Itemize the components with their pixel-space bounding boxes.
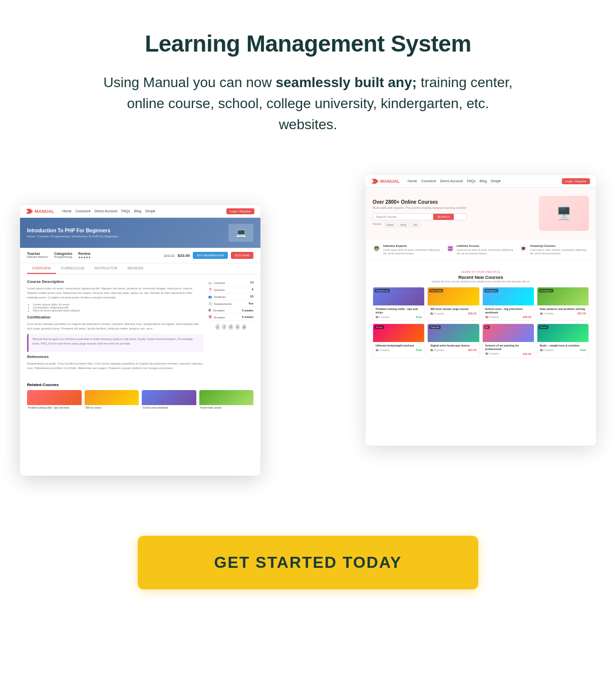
front-buy-btn[interactable]: BUY NOW bbox=[231, 252, 253, 259]
front-sidebar-stats: 📖Lessons 14 ❓Quizzes 5 👥Students 25 📋Ass… bbox=[208, 279, 253, 374]
front-nav: MANUAL Home Courses▾ Demo Account FAQs B… bbox=[20, 205, 260, 218]
front-list-item-3: Nam at lorem gravida turpis aliquot. bbox=[33, 309, 203, 312]
related-img-1 bbox=[27, 390, 82, 405]
course-img-5: Fitness bbox=[373, 324, 424, 342]
front-references-title: References bbox=[27, 355, 203, 359]
tab-instructor[interactable]: INSTRUCTOR bbox=[90, 263, 123, 274]
front-logo-icon bbox=[26, 209, 33, 214]
front-cert-title: Certification bbox=[27, 315, 203, 319]
course-lessons-4: 📚 3 Lessons bbox=[540, 312, 554, 315]
front-course-tabs: OVERVIEW CURRICULUM INSTRUCTOR REVIEWS bbox=[20, 263, 260, 274]
course-lessons-7: 📚 4 Lessons bbox=[485, 353, 499, 355]
course-img-1: Programming bbox=[373, 287, 424, 305]
course-title-8: Body – weight loss & nutrition bbox=[540, 344, 586, 348]
back-search-btn[interactable]: SEARCH bbox=[433, 214, 454, 220]
stat-icon-duration2: 📅 bbox=[208, 316, 212, 319]
course-body-8: Body – weight loss & nutrition 📚 8 Lesso… bbox=[537, 342, 588, 354]
course-badge-8: Fitness bbox=[539, 325, 548, 329]
feature-lifetime-desc: Lorem ipsum dolor sit amet, consectetur … bbox=[457, 248, 516, 255]
front-price-area: $49.00 $33.00 BUY MEMBERSHIP BUY NOW bbox=[164, 252, 253, 259]
front-course-meta: Teacher Edward Watson Categories Program… bbox=[20, 248, 260, 263]
back-search-bar[interactable]: SEARCH bbox=[373, 213, 467, 220]
course-card-6[interactable]: Digital Art Digital artist landscape the… bbox=[427, 323, 479, 358]
course-img-2: Gym Zumba bbox=[428, 287, 479, 305]
course-footer-3: 📚 3 Lessons $28.00 bbox=[485, 315, 531, 318]
front-related-title: Related Courses bbox=[27, 383, 253, 387]
pinterest-icon[interactable]: P bbox=[228, 324, 233, 330]
back-recent-header: LEARN AT YOUR OWN PACE Recent New Course… bbox=[373, 266, 589, 283]
feature-lifetime-text: Lifetime Access Lorem ipsum dolor sit am… bbox=[457, 244, 516, 255]
facebook-icon[interactable]: f bbox=[222, 324, 226, 330]
front-hero-text: Introduction To PHP For Beginners Home /… bbox=[27, 228, 118, 238]
front-teacher: Teacher Edward Watson bbox=[27, 252, 48, 259]
tab-reviews[interactable]: REVIEWS bbox=[122, 263, 148, 274]
twitter-icon[interactable]: 𝕏 bbox=[215, 324, 220, 330]
front-category: Categories Programming bbox=[54, 252, 72, 259]
course-card-1[interactable]: Programming Problem-solving skills : tip… bbox=[373, 287, 425, 321]
front-review: Review ★★★★★ bbox=[78, 252, 91, 259]
tag-doc[interactable]: Doc bbox=[411, 222, 420, 227]
course-badge-1: Programming bbox=[375, 289, 390, 292]
header-section: Learning Management System Using Manual … bbox=[20, 30, 596, 135]
screenshot-back: MANUAL Home Courses▾ Demo Account FAQs B… bbox=[366, 175, 596, 446]
cta-button[interactable]: GET STARTED TODAY bbox=[138, 536, 478, 589]
front-login-btn[interactable]: Login / Register bbox=[226, 208, 254, 214]
course-price-8: Free bbox=[580, 349, 586, 352]
course-lessons-6: 📚 8 Lessons bbox=[430, 349, 444, 352]
front-helpdesk-box: Manual theme gives you limitless potenti… bbox=[27, 334, 203, 352]
course-card-3[interactable]: Kindergarten School zone – big preschool… bbox=[482, 287, 534, 321]
course-price-2: $45.00 bbox=[468, 312, 477, 315]
back-search-input[interactable] bbox=[373, 214, 433, 220]
feature-industry-text: Industry Experts Lorem ipsum dolor sit a… bbox=[383, 244, 442, 255]
stat-icon-quizzes: ❓ bbox=[208, 288, 212, 291]
screenshots-section: MANUAL Home Courses▾ Demo Account FAQs B… bbox=[20, 175, 596, 486]
related-img-2 bbox=[85, 390, 139, 405]
email-icon[interactable]: ✉ bbox=[242, 324, 246, 330]
front-nav-links: Home Courses▾ Demo Account FAQs Blog Sho… bbox=[62, 209, 155, 213]
stat-quizzes: ❓Quizzes 5 bbox=[208, 286, 253, 293]
tab-overview[interactable]: OVERVIEW bbox=[27, 263, 56, 274]
course-badge-3: Kindergarten bbox=[484, 289, 499, 292]
feature-amazing-desc: Lorem ipsum dolor sit amet, consectetur … bbox=[530, 248, 589, 255]
related-card-2[interactable]: 300 ho course bbox=[85, 390, 139, 411]
back-hero: Over 2800+ Online Courses Build skills w… bbox=[366, 188, 596, 239]
front-price-new: $33.00 bbox=[178, 253, 190, 258]
front-course-body: Course Description Lorem ipsum dolor sit… bbox=[20, 274, 260, 379]
course-img-4: Kindergarten bbox=[537, 287, 588, 305]
google-icon[interactable]: G bbox=[235, 324, 240, 330]
course-card-7[interactable]: Art Science of art painting for professi… bbox=[482, 323, 534, 358]
front-hero-img: 💻 bbox=[228, 224, 253, 242]
stat-lessons: 📖Lessons 14 bbox=[208, 279, 253, 286]
course-footer-4: 📚 3 Lessons $57.00 bbox=[540, 312, 586, 315]
course-badge-2: Gym Zumba bbox=[429, 289, 443, 292]
related-card-3[interactable]: School zone workbook bbox=[142, 390, 196, 411]
course-card-5[interactable]: Fitness Ultimate bodyweight workout 📚 2 … bbox=[373, 323, 425, 358]
related-card-1[interactable]: Problem-solving skills : tips and tricks bbox=[27, 390, 82, 411]
course-title-3: School zone – big preschool workbook bbox=[485, 307, 531, 314]
feature-industry-icon: 👨‍🏫 bbox=[373, 244, 381, 252]
course-title-6: Digital artist landscape theory bbox=[430, 344, 476, 348]
course-badge-7: Art bbox=[484, 325, 490, 329]
course-body-7: Science of art painting for professional… bbox=[483, 342, 534, 357]
tag-book[interactable]: Book bbox=[398, 222, 409, 227]
related-title-4: Forest trails course bbox=[199, 405, 254, 411]
back-learn-label: LEARN AT YOUR OWN PACE bbox=[461, 270, 501, 273]
tab-curriculum[interactable]: CURRICULUM bbox=[56, 263, 90, 274]
related-img-3 bbox=[142, 390, 196, 405]
course-footer-1: 📚 4 Lessons Free bbox=[376, 315, 422, 318]
course-price-6: $67.00 bbox=[468, 349, 477, 352]
course-card-4[interactable]: Kindergarten Kids patterns and problem s… bbox=[537, 287, 589, 321]
back-nav: MANUAL Home Courses▾ Demo Account FAQs B… bbox=[366, 175, 596, 188]
front-social-icons: 𝕏 f P G ✉ bbox=[208, 321, 253, 333]
front-membership-btn[interactable]: BUY MEMBERSHIP bbox=[193, 252, 228, 259]
related-title-3: School zone workbook bbox=[142, 405, 196, 411]
course-card-2[interactable]: Gym Zumba 300 hour master yoga course 📚 … bbox=[427, 287, 479, 321]
back-login-btn[interactable]: Login / Register bbox=[562, 178, 590, 184]
front-course-hero: Introduction To PHP For Beginners Home /… bbox=[20, 218, 260, 248]
course-badge-5: Fitness bbox=[375, 325, 384, 329]
related-card-4[interactable]: Forest trails course bbox=[199, 390, 254, 411]
course-body-1: Problem-solving skills : tips and tricks… bbox=[373, 305, 424, 320]
course-card-8[interactable]: Fitness Body – weight loss & nutrition 📚… bbox=[537, 323, 589, 358]
tag-solaro[interactable]: Solaro bbox=[384, 222, 396, 227]
course-lessons-1: 📚 4 Lessons bbox=[376, 316, 390, 318]
